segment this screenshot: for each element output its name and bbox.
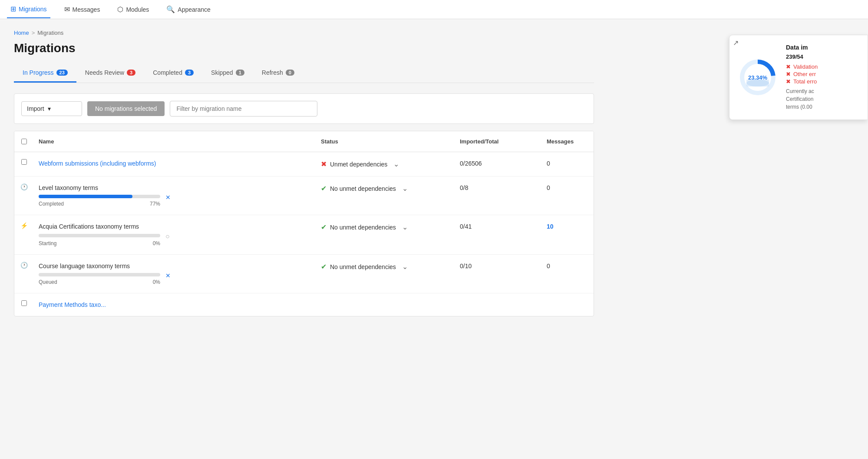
migration-name-level: Level taxonomy terms [39,184,310,191]
error-icon-1: ✖ [786,63,791,70]
progress-indicator-acquia: ○ [165,233,170,240]
col-messages: Messages [541,136,594,146]
imported-webform: 0/26506 [455,158,541,169]
tab-needs-review-label: Needs Review [85,69,124,76]
error-icon-2: ✖ [786,71,791,77]
expand-chevron-acquia[interactable]: ⌄ [402,223,408,231]
tab-refresh[interactable]: Refresh 0 [253,64,303,83]
widget-info: Data im 239/54 ✖ Validation ✖ Other err … [786,44,859,111]
progress-footer-acquia: Starting 0% [39,240,160,246]
error-icon-3: ✖ [786,78,791,85]
col-status: Status [316,136,455,146]
messages-icon: ✉ [64,5,70,13]
main-content: Home > Migrations Migrations In Progress… [0,19,608,327]
table-header: Name Status Imported/Total Messages [14,131,594,152]
table-row: ⚡ Acquia Certifications taxonomy terms ○… [14,215,594,255]
imported-course: 0/10 [455,261,541,271]
table-row: Webform submissions (including webforms)… [14,152,594,176]
progress-status-course: Queued [39,279,57,285]
row-checkbox-payment[interactable] [21,300,27,306]
import-label: Import [27,105,44,112]
widget-note: Currently acCertificationterms (0.00 [786,87,859,111]
tab-needs-review-badge: 3 [127,70,135,76]
messages-course: 0 [541,261,594,271]
error-icon: ✖ [321,160,327,168]
migration-link-payment[interactable]: Payment Methods taxo... [39,301,106,308]
progress-footer-course: Queued 0% [39,279,160,285]
page-title: Migrations [14,41,594,55]
migrations-icon: ⊞ [10,5,16,13]
progress-status-acquia: Starting [39,240,56,246]
breadcrumb-home[interactable]: Home [14,30,29,36]
tab-completed[interactable]: Completed 3 [144,64,202,83]
progress-pct-course: 0% [153,279,160,285]
migration-name-course: Course language taxonomy terms [39,263,310,269]
toolbar: Import ▾ No migrations selected [14,93,594,124]
ok-icon-acquia: ✔ [321,223,327,231]
migrations-table: Name Status Imported/Total Messages Webf… [14,131,594,316]
ok-icon-level: ✔ [321,184,327,193]
widget-body: 23.34% Data im 239/54 ✖ Validation ✖ Oth… [738,44,859,111]
messages-webform: 0 [541,158,594,169]
widget-collapse-icon[interactable]: ↗ [733,39,739,47]
top-nav: ⊞ Migrations ✉ Messages ⬡ Modules 🔍 Appe… [0,0,868,19]
tab-refresh-label: Refresh [262,69,283,76]
tab-in-progress-badge: 23 [56,70,68,76]
tab-refresh-badge: 0 [286,70,294,76]
nav-migrations[interactable]: ⊞ Migrations [7,0,50,18]
select-all-checkbox[interactable] [21,139,27,144]
widget-error-2: ✖ Other err [786,71,859,77]
lightning-icon-acquia: ⚡ [20,222,28,229]
status-text-level: No unmet dependencies [330,185,396,192]
widget-error-3: ✖ Total erro [786,78,859,85]
table-row: Payment Methods taxo... [14,293,594,316]
tab-in-progress[interactable]: In Progress 23 [14,64,76,83]
no-migrations-button[interactable]: No migrations selected [87,101,165,116]
widget-stat: 239/54 [786,53,859,60]
nav-messages[interactable]: ✉ Messages [61,1,104,18]
messages-level: 0 [541,183,594,193]
tab-needs-review[interactable]: Needs Review 3 [76,64,144,83]
modules-icon: ⬡ [117,5,123,13]
tab-skipped-label: Skipped [211,69,233,76]
tab-skipped-badge: 1 [236,70,244,76]
tabs-container: In Progress 23 Needs Review 3 Completed … [14,64,594,83]
nav-modules-label: Modules [126,6,149,13]
row-checkbox-webform[interactable] [21,159,27,165]
progress-bar-course [39,273,160,276]
nav-messages-label: Messages [73,6,100,13]
progress-bar-level [39,195,160,198]
donut-chart: 23.34% [738,58,777,97]
expand-chevron-webform[interactable]: ⌄ [393,160,399,168]
nav-appearance-label: Appearance [178,6,211,13]
filter-input[interactable] [170,101,317,116]
migration-link-webform[interactable]: Webform submissions (including webforms) [39,160,156,167]
tab-skipped[interactable]: Skipped 1 [202,64,253,83]
import-dropdown[interactable]: Import ▾ [21,101,82,116]
expand-chevron-level[interactable]: ⌄ [402,184,408,193]
migration-name-acquia: Acquia Certifications taxonomy terms [39,223,310,230]
widget-error-1: ✖ Validation [786,63,859,70]
messages-acquia: 10 [541,221,594,232]
chevron-down-icon: ▾ [48,105,51,112]
tab-in-progress-label: In Progress [23,69,54,76]
appearance-icon: 🔍 [166,5,175,13]
progress-pct-level: 77% [150,201,160,207]
ok-icon-course: ✔ [321,263,327,271]
expand-chevron-course[interactable]: ⌄ [402,263,408,271]
nav-modules[interactable]: ⬡ Modules [114,1,152,18]
status-text-webform: Unmet dependencies [330,161,387,168]
clock-icon-level: 🕐 [20,183,28,190]
progress-cancel-course[interactable]: ✕ [165,272,171,279]
progress-footer-level: Completed 77% [39,201,160,207]
imported-acquia: 0/41 [455,221,541,232]
nav-appearance[interactable]: 🔍 Appearance [163,1,214,18]
progress-status-level: Completed [39,201,64,207]
table-row: 🕐 Course language taxonomy terms ✕ Queue… [14,255,594,293]
status-text-course: No unmet dependencies [330,263,396,270]
table-row: 🕐 Level taxonomy terms ✕ Completed 77% ✔… [14,176,594,215]
tab-completed-label: Completed [153,69,182,76]
progress-cancel-level[interactable]: ✕ [165,194,171,201]
status-text-acquia: No unmet dependencies [330,224,396,231]
imported-level: 0/8 [455,183,541,193]
